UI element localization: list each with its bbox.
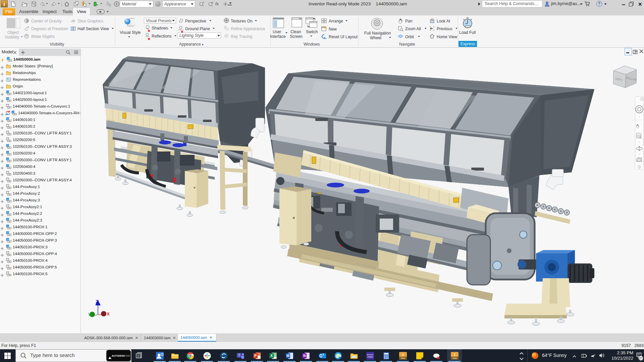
svg-text:ROM: ROM [453,357,457,359]
svg-text:PRO: PRO [401,357,405,359]
svg-text:I: I [402,353,404,357]
svg-text:Y: Y [88,312,91,317]
svg-text:P: P [254,354,257,358]
svg-text:Z: Z [96,299,99,304]
svg-text:I: I [454,353,455,357]
svg-text:X: X [107,311,110,316]
svg-text:T: T [238,354,240,357]
svg-text:N: N [303,354,306,358]
svg-text:W: W [286,354,290,358]
svg-text:X: X [270,354,273,358]
svg-text:music: music [367,356,373,358]
